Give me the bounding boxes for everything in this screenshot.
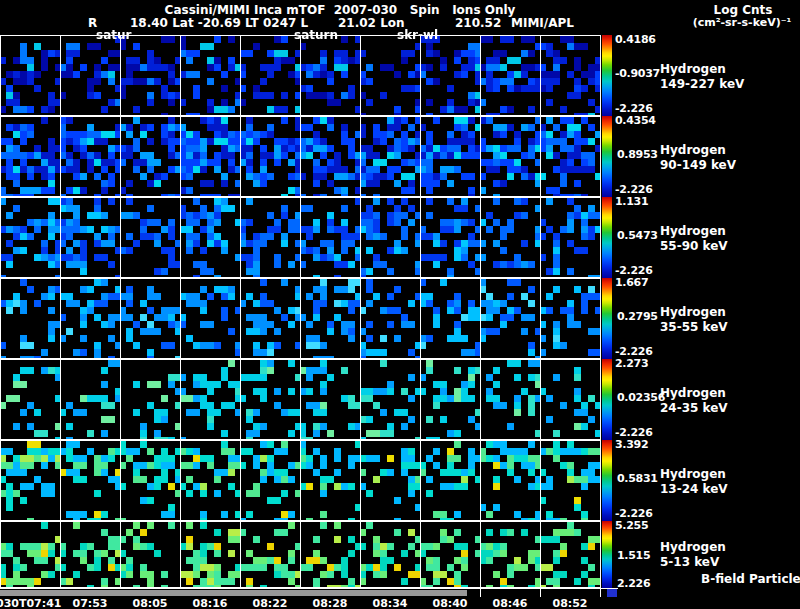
cassini-mimi-spectrogram-screen: Cassini/MIMI Inca mTOF 2007-030 Spin Ion… <box>0 0 800 609</box>
spectrogram-panel <box>61 360 121 439</box>
spectrogram-panel <box>481 36 541 115</box>
ephemeris-lon-value: 210.52 <box>455 16 501 30</box>
spectrogram-panel <box>1 279 61 358</box>
log-units-line1: Log Cnts <box>690 3 796 17</box>
spectrogram-panel <box>181 198 241 277</box>
row6-species: Hydrogen <box>660 467 728 482</box>
cb5-max: 2.273 <box>615 357 648 370</box>
spectrogram-panel <box>481 522 541 587</box>
ephemeris-lon-label: 21.02 Lon <box>338 16 405 30</box>
colorbar-row-4 <box>602 278 612 359</box>
cb4-mid: 0.2795 <box>617 310 658 323</box>
colorbar-row-2 <box>602 116 612 197</box>
instrument-label: MIMI/APL <box>511 16 574 30</box>
overlay-label-satur: satur <box>96 28 131 42</box>
spectrogram-panel <box>121 36 181 115</box>
spectrogram-panel <box>241 117 301 196</box>
time-tick-7: 08:34 <box>358 597 422 609</box>
cb7-max: 5.255 <box>615 519 648 532</box>
spectrogram-panel <box>541 198 600 277</box>
axis-coverage-bar <box>0 590 467 596</box>
spectrogram-panel <box>301 279 361 358</box>
row3-label: Hydrogen 55-90 keV <box>660 224 728 254</box>
time-tick-3: 08:05 <box>118 597 182 609</box>
spectrogram-row-1 <box>0 35 601 116</box>
cb5-mid: 0.02356 <box>617 391 665 404</box>
row4-species: Hydrogen <box>660 305 728 320</box>
spectrogram-panel <box>241 441 301 520</box>
ephemeris-main: 18.40 Lat -20.69 LT 0247 L <box>130 16 308 30</box>
spectrogram-panel <box>421 36 481 115</box>
row4-label: Hydrogen 35-55 keV <box>660 305 728 335</box>
spectrogram-panel <box>301 441 361 520</box>
spectrogram-panel <box>61 441 121 520</box>
row1-energy: 149-227 keV <box>660 77 744 92</box>
cb2-max: 0.4354 <box>615 114 656 127</box>
spectrogram-panel <box>481 360 541 439</box>
spectrogram-row-7 <box>0 521 601 588</box>
spectrogram-panel <box>1 117 61 196</box>
spectrogram-panel <box>541 36 600 115</box>
spectrogram-panel <box>1 36 61 115</box>
spectrogram-panel <box>301 198 361 277</box>
spectrogram-panel <box>1 441 61 520</box>
cb3-mid: 0.5473 <box>617 229 658 242</box>
axis-top-line <box>0 588 618 589</box>
spectrogram-panel <box>241 522 301 587</box>
spectrogram-panel <box>121 279 181 358</box>
time-tick-5: 08:22 <box>238 597 302 609</box>
row5-energy: 24-35 keV <box>660 401 728 416</box>
spectrogram-panel <box>361 360 421 439</box>
spectrogram-panel <box>361 522 421 587</box>
row5-species: Hydrogen <box>660 386 728 401</box>
spectrogram-panel <box>121 441 181 520</box>
axis-blue-marker <box>607 589 617 597</box>
spectrogram-panel <box>1 360 61 439</box>
cb1-mid: -0.9037 <box>615 67 660 80</box>
row2-label: Hydrogen 90-149 keV <box>660 143 736 173</box>
spectrogram-panel <box>481 279 541 358</box>
row2-species: Hydrogen <box>660 143 736 158</box>
cb4-max: 1.667 <box>615 276 648 289</box>
spectrogram-panel <box>61 117 121 196</box>
spectrogram-panel <box>421 522 481 587</box>
spectrogram-panel <box>541 279 600 358</box>
spectrogram-panel <box>121 117 181 196</box>
spectrogram-row-5 <box>0 359 601 440</box>
colorbar-row-3 <box>602 197 612 278</box>
spectrogram-panel <box>301 36 361 115</box>
row7-species: Hydrogen <box>660 540 726 555</box>
spectrogram-panel <box>541 441 600 520</box>
row3-energy: 55-90 keV <box>660 239 728 254</box>
log-units-line2: (cm²-sr-s-keV)⁻¹ <box>684 16 800 29</box>
spectrogram-panel <box>1 198 61 277</box>
time-tick-1: 030T07:41 <box>0 597 60 609</box>
spectrogram-panel <box>481 198 541 277</box>
spectrogram-panel <box>541 522 600 587</box>
spectrogram-panel <box>361 279 421 358</box>
row6-label: Hydrogen 13-24 keV <box>660 467 728 497</box>
spectrogram-panel <box>181 279 241 358</box>
row7-label: Hydrogen 5-13 keV <box>660 540 726 570</box>
axis-tick <box>540 589 541 597</box>
spectrogram-row-6 <box>0 440 601 521</box>
spectrogram-row-4 <box>0 278 601 359</box>
spectrogram-panel <box>1 522 61 587</box>
axis-tick <box>600 589 601 597</box>
spectrogram-panel <box>241 198 301 277</box>
spectrogram-panel <box>541 360 600 439</box>
spectrogram-panel <box>361 441 421 520</box>
spectrogram-panel <box>61 279 121 358</box>
spectrogram-row-2 <box>0 116 601 197</box>
spectrogram-panel <box>301 522 361 587</box>
spectrogram-panel <box>61 522 121 587</box>
spectrogram-panel <box>421 198 481 277</box>
overlay-label-skrwl: skr-wl <box>397 28 438 42</box>
spectrogram-row-3 <box>0 197 601 278</box>
row5-label: Hydrogen 24-35 keV <box>660 386 728 416</box>
cb2-mid: 0.8953 <box>617 148 658 161</box>
bfield-flow-label: B-field Particle Flow <box>701 572 800 586</box>
spectrogram-panel <box>481 441 541 520</box>
spectrogram-panel <box>361 198 421 277</box>
row7-energy: 5-13 keV <box>660 555 726 570</box>
